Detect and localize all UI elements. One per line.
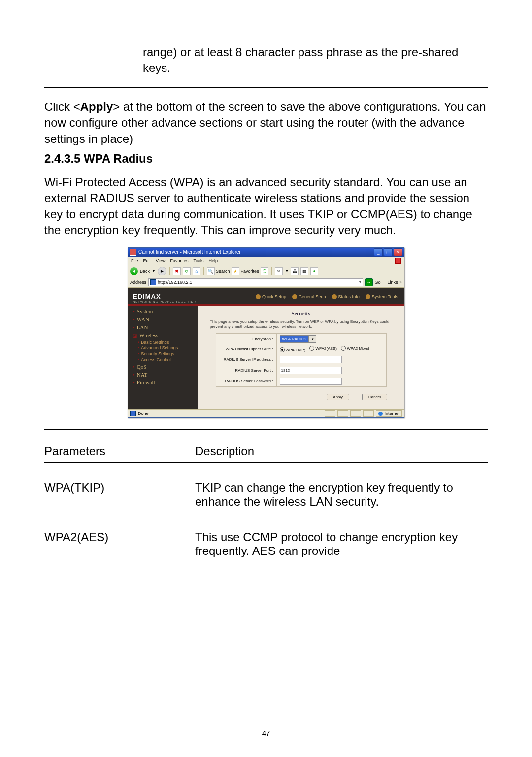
forward-button[interactable]: ► [158, 267, 166, 275]
intro-fragment: range) or at least 8 character pass phra… [143, 44, 488, 76]
sidebar-item-qos[interactable]: QoS [131, 363, 195, 371]
sidebar-item-wireless[interactable]: Wireless [131, 331, 195, 339]
minimize-button[interactable]: _ [374, 248, 383, 256]
ie-throbber-icon [395, 258, 401, 264]
discuss-button[interactable]: ✦ [310, 267, 318, 275]
go-button[interactable]: → [365, 278, 373, 286]
window-controls: _ ▢ × [374, 248, 402, 256]
menu-help[interactable]: Help [208, 258, 218, 263]
sidebar-item-lan[interactable]: LAN [131, 323, 195, 331]
history-button[interactable]: ✉ [275, 267, 283, 275]
close-button[interactable]: × [394, 248, 402, 256]
sidebar-item-system[interactable]: System [131, 308, 195, 315]
cipher-suite-label: WPA Unicast Cipher Suite : [216, 344, 276, 354]
radio-wpa2-mixed[interactable]: WPA2 Mixed [341, 346, 369, 351]
menu-view[interactable]: View [156, 258, 165, 263]
page-icon [130, 411, 136, 416]
radio-wpa2-aes[interactable]: WPA2(AES) [309, 346, 336, 351]
status-internet: Internet [384, 411, 399, 416]
parameters-table: Parameters Description WPA(TKIP) TKIP ca… [44, 441, 488, 562]
tab-icon [366, 294, 370, 299]
radius-password-input[interactable] [280, 378, 342, 385]
tab-system-tools[interactable]: System Tools [363, 294, 401, 299]
menu-tools[interactable]: Tools [193, 258, 203, 263]
router-ui: System WAN LAN Wireless Basic Settings A… [128, 306, 404, 410]
back-button[interactable]: ◄ [130, 267, 138, 275]
param-desc: This use CCMP protocol to change encrypt… [195, 526, 488, 562]
ie-app-icon [130, 249, 136, 256]
screenshot-ie-window: Cannot find server - Microsoft Internet … [128, 247, 404, 418]
sidebar-item-wan[interactable]: WAN [131, 315, 195, 323]
internet-icon [378, 412, 383, 416]
back-label[interactable]: Back [140, 269, 150, 274]
menu-favorites[interactable]: Favorites [170, 258, 188, 263]
maximize-button[interactable]: ▢ [384, 248, 393, 256]
brand-logo: EDIMAXNETWORKING PEOPLE TOGETHER [133, 293, 197, 303]
address-label: Address [130, 280, 146, 285]
ie-statusbar: Done Internet [128, 409, 404, 417]
section-heading: 2.4.3.5 WPA Radius [44, 152, 488, 166]
encryption-select[interactable]: WPA RADIUS ▾ [280, 335, 317, 343]
status-done: Done [138, 411, 149, 416]
panel-heading: Security [205, 310, 397, 316]
panel-buttons: Apply Cancel [205, 394, 397, 400]
print-button[interactable]: 🖶 [291, 267, 299, 275]
page-icon [150, 279, 156, 285]
col-description: Description [195, 441, 488, 463]
sidebar-sub-access[interactable]: Access Control [131, 357, 195, 363]
section-body: Wi-Fi Protected Access (WPA) is an advan… [44, 174, 488, 239]
radius-port-label: RADIUS Server Port : [216, 365, 276, 376]
home-button[interactable]: ⌂ [193, 267, 200, 275]
page-number: 47 [0, 729, 532, 737]
media-button[interactable]: ❍ [261, 267, 268, 275]
refresh-button[interactable]: ↻ [183, 267, 191, 275]
sidebar-item-firewall[interactable]: Firewall [131, 378, 195, 386]
sidebar: System WAN LAN Wireless Basic Settings A… [128, 306, 198, 410]
tab-icon [292, 294, 297, 299]
ie-titlebar: Cannot find server - Microsoft Internet … [128, 248, 404, 257]
favorites-button[interactable]: ★Favorites [232, 267, 259, 275]
sidebar-sub-security[interactable]: Security Settings [131, 351, 195, 357]
apply-button[interactable]: Apply [327, 394, 349, 400]
ie-toolbar: ◄ Back▼ ► ✖ ↻ ⌂ 🔍Search ★Favorites ❍ ✉▼ … [128, 265, 404, 277]
col-parameters: Parameters [44, 441, 195, 463]
table-row: WPA(TKIP) TKIP can change the encryption… [44, 477, 488, 513]
tab-general-setup[interactable]: General Seup [289, 294, 329, 299]
tab-quick-setup[interactable]: Quick Setup [253, 294, 289, 299]
document-page: range) or at least 8 character pass phra… [0, 0, 532, 757]
table-row: WPA2(AES) This use CCMP protocol to chan… [44, 526, 488, 562]
ie-menubar: File Edit View Favorites Tools Help [128, 257, 404, 265]
menu-file[interactable]: File [131, 258, 138, 263]
links-label[interactable]: Links [388, 280, 398, 285]
panel-description: This page allows you setup the wireless … [210, 319, 392, 330]
sidebar-item-nat[interactable]: NAT [131, 371, 195, 378]
tab-icon [332, 294, 337, 299]
radius-ip-input[interactable] [280, 356, 342, 363]
radio-wpa-tkip[interactable]: WPA(TKIP) [280, 347, 306, 352]
tab-status-info[interactable]: Status Info [329, 294, 363, 299]
address-input[interactable]: http://192.168.2.1 ▾ [148, 278, 363, 286]
settings-table: Encryption : WPA RADIUS ▾ WPA Unicast Ci… [216, 333, 387, 387]
divider [44, 429, 488, 430]
stop-button[interactable]: ✖ [173, 267, 181, 275]
edit-button[interactable]: ▦ [300, 267, 308, 275]
chevron-down-icon: ▾ [309, 335, 316, 343]
radius-port-input[interactable]: 1812 [280, 367, 342, 374]
divider [44, 87, 488, 88]
sidebar-sub-basic[interactable]: Basic Settings [131, 339, 195, 345]
param-desc: TKIP can change the encryption key frequ… [195, 477, 488, 513]
go-label[interactable]: Go [375, 280, 381, 285]
search-button[interactable]: 🔍Search [207, 267, 230, 275]
param-name: WPA2(AES) [44, 526, 195, 562]
main-panel: Security This page allows you setup the … [198, 306, 404, 410]
radius-ip-label: RADIUS Server IP address : [216, 354, 276, 365]
sidebar-sub-advanced[interactable]: Advanced Settings [131, 345, 195, 351]
ie-address-bar: Address http://192.168.2.1 ▾ → Go Links … [128, 277, 404, 288]
radius-password-label: RADIUS Server Password : [216, 376, 276, 387]
menu-edit[interactable]: Edit [143, 258, 151, 263]
top-tabs: Quick Setup General Seup Status Info Sys… [200, 292, 404, 299]
window-title: Cannot find server - Microsoft Internet … [138, 249, 241, 255]
encryption-label: Encryption : [216, 334, 276, 344]
cancel-button[interactable]: Cancel [362, 394, 387, 400]
tab-icon [256, 294, 261, 299]
